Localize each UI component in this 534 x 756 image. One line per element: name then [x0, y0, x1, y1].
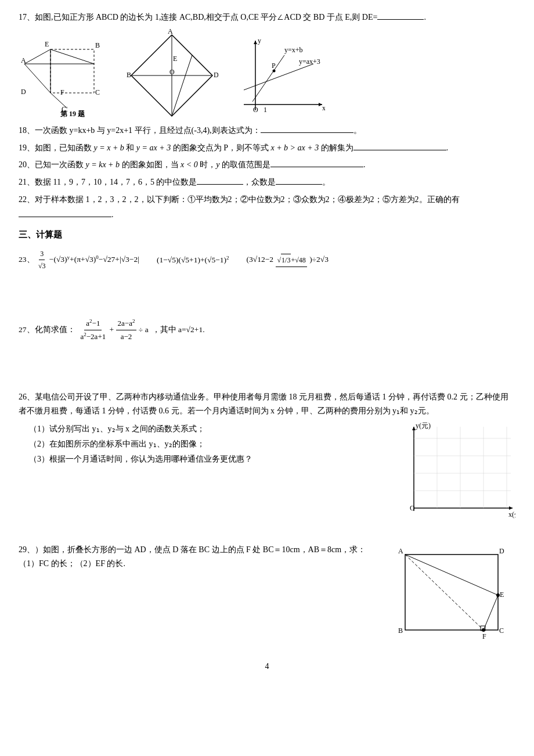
- svg-marker-54: [405, 555, 498, 630]
- svg-text:F: F: [60, 88, 64, 96]
- p23-expressions: 23、 3 √3 −(√3)y+(π+√3)0−√27+|√3−2| (1−√5…: [19, 248, 515, 272]
- problem-27: 27、化简求值： a2−1 a2−2a+1 + 2a−a2 a−2 ÷ a ，其…: [19, 317, 515, 379]
- svg-line-55: [405, 555, 484, 630]
- problem-17-text: 17、如图,已知正方形 ABCD 的边长为 1,连接 AC,BD,相交于点 O,…: [19, 10, 515, 24]
- svg-text:第 19 题: 第 19 题: [60, 110, 85, 118]
- p17-figures: E A B D C F C' 第 19 题 A D C B: [19, 29, 515, 119]
- problem-20-text: 20、已知一次函数 y = kx + b 的图象如图，当 x < 0 时，y 的…: [19, 158, 515, 172]
- p22-blank: [19, 208, 111, 217]
- page-number: 4: [19, 660, 515, 674]
- svg-line-30: [244, 64, 313, 90]
- figure-3: y=x+b y=ax+3 P x y O 1: [232, 35, 325, 119]
- svg-text:x: x: [322, 104, 325, 112]
- svg-line-59: [405, 555, 498, 595]
- svg-text:y(元): y(元): [416, 422, 431, 430]
- problem-18-text: 18、一次函数 y=kx+b 与 y=2x+1 平行，且经过点(-3,4),则表…: [19, 124, 515, 138]
- p20-blank: [270, 158, 363, 167]
- svg-text:O: O: [410, 504, 415, 512]
- p23-expr1: 23、 3 √3 −(√3)y+(π+√3)0−√27+|√3−2|: [19, 248, 139, 272]
- svg-text:A: A: [398, 547, 403, 555]
- svg-marker-0: [50, 49, 94, 93]
- svg-text:E: E: [500, 591, 504, 599]
- problem-26: 26、某电信公司开设了甲、乙两种市内移动通信业务。甲种使用者每月需缴 18 元月…: [19, 390, 515, 539]
- svg-text:C: C: [499, 627, 504, 635]
- p21-blank2: [276, 175, 322, 185]
- svg-text:C: C: [168, 117, 172, 119]
- svg-text:y=x+b: y=x+b: [284, 46, 303, 54]
- figure-1: E A B D C F C' 第 19 题: [19, 35, 111, 119]
- problem-21-text: 21、数据 11，9，7，10，14，7，6，5 的中位数是 ，众数是 。: [19, 175, 515, 189]
- svg-line-60: [484, 595, 498, 630]
- section-3-title: 三、计算题: [19, 228, 515, 243]
- svg-text:C: C: [95, 88, 100, 96]
- problem-19: 19、如图，已知函数 y = x + b 和 y = ax + 3 的图象交点为…: [19, 141, 515, 155]
- svg-text:1: 1: [264, 106, 267, 114]
- svg-text:O: O: [253, 106, 258, 114]
- svg-text:A: A: [21, 56, 26, 64]
- p23-expr3: (3√12−2 √1/3+√48 )÷2√3: [247, 253, 329, 267]
- svg-line-29: [252, 55, 284, 102]
- p29-figure: A D C B E F: [388, 543, 515, 649]
- svg-marker-41: [509, 506, 513, 510]
- svg-text:B: B: [398, 627, 403, 635]
- p19-blank: [353, 141, 446, 150]
- problem-23: 23、 3 √3 −(√3)y+(π+√3)0−√27+|√3−2| (1−√5…: [19, 248, 515, 307]
- svg-line-24: [172, 55, 192, 116]
- svg-text:E: E: [173, 55, 177, 63]
- svg-marker-28: [254, 41, 257, 44]
- problem-22-text: 22、对于样本数据 1，2，3，2，2，以下判断：①平均数为2；②中位数为2；③…: [19, 193, 515, 207]
- problem-18: 18、一次函数 y=kx+b 与 y=2x+1 平行，且经过点(-3,4),则表…: [19, 124, 515, 138]
- svg-text:P: P: [272, 62, 276, 70]
- p29-area: 29、）如图，折叠长方形的一边 AD，使点 D 落在 BC 边上的点 F 处 B…: [19, 543, 515, 649]
- svg-text:B: B: [95, 41, 100, 49]
- svg-text:D: D: [21, 88, 26, 96]
- problem-22: 22、对于样本数据 1，2，3，2，2，以下判断：①平均数为2；②中位数为2；③…: [19, 193, 515, 222]
- p21-blank1: [197, 175, 243, 185]
- problem-29: 29、）如图，折叠长方形的一边 AD，使点 D 落在 BC 边上的点 F 处 B…: [19, 543, 515, 649]
- svg-line-4: [50, 49, 94, 64]
- p26-subproblems: （1）试分别写出 y₁、y₂与 x 之间的函数关系式； （2）在如图所示的坐标系…: [19, 421, 385, 466]
- svg-text:A: A: [168, 29, 173, 35]
- svg-text:O: O: [169, 68, 175, 76]
- svg-text:F: F: [482, 632, 486, 640]
- svg-text:y=ax+3: y=ax+3: [299, 57, 320, 66]
- p18-blank: [261, 124, 353, 133]
- svg-point-31: [273, 69, 276, 72]
- svg-text:x(分钟): x(分钟): [508, 510, 515, 519]
- problem-21: 21、数据 11，9，7，10，14，7，6，5 的中位数是 ，众数是 。: [19, 175, 515, 189]
- svg-text:y: y: [258, 37, 261, 45]
- problem-19-text: 19、如图，已知函数 y = x + b 和 y = ax + 3 的图象交点为…: [19, 141, 515, 155]
- svg-text:D: D: [214, 71, 218, 79]
- p17-num: 17: [19, 10, 27, 24]
- svg-line-2: [24, 64, 50, 93]
- figure-2: A D C B O E: [125, 29, 218, 119]
- p26-coordinate-graph: x(分钟) y(元) O: [399, 421, 515, 524]
- svg-text:E: E: [45, 40, 49, 48]
- p23-expr2: (1−√5)(√5+1)+(√5−1)2: [157, 253, 229, 267]
- p17-blank: [377, 10, 424, 20]
- p29-text: 29、）如图，折叠长方形的一边 AD，使点 D 落在 BC 边上的点 F 处 B…: [19, 543, 374, 571]
- page-content: 17、如图,已知正方形 ABCD 的边长为 1,连接 AC,BD,相交于点 O,…: [19, 10, 515, 674]
- svg-line-1: [24, 49, 50, 64]
- problem-17: 17、如图,已知正方形 ABCD 的边长为 1,连接 AC,BD,相交于点 O,…: [19, 10, 515, 119]
- p27-content: 27、化简求值： a2−1 a2−2a+1 + 2a−a2 a−2 ÷ a ，其…: [19, 317, 515, 344]
- svg-text:D: D: [499, 547, 504, 555]
- problem-20: 20、已知一次函数 y = kx + b 的图象如图，当 x < 0 时，y 的…: [19, 158, 515, 172]
- svg-text:B: B: [127, 71, 131, 79]
- p26-graph-area: （1）试分别写出 y₁、y₂与 x 之间的函数关系式； （2）在如图所示的坐标系…: [19, 421, 515, 524]
- p26-text: 26、某电信公司开设了甲、乙两种市内移动通信业务。甲种使用者每月需缴 18 元月…: [19, 390, 515, 418]
